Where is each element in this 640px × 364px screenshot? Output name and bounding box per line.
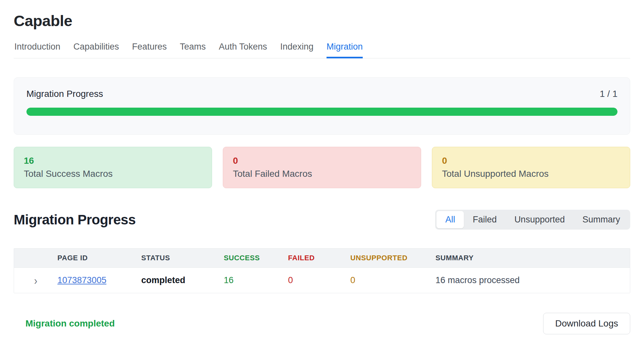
progress-bar-fill (26, 108, 617, 116)
stat-card-unsupported: 0 Total Unsupported Macros (432, 147, 630, 188)
header-success: SUCCESS (224, 254, 288, 262)
progress-bar-track (26, 108, 617, 116)
section-title: Migration Progress (14, 212, 136, 228)
tab-introduction[interactable]: Introduction (14, 42, 60, 58)
stat-label-success: Total Success Macros (24, 169, 202, 179)
cell-summary: 16 macros processed (435, 275, 630, 285)
tab-migration[interactable]: Migration (327, 42, 363, 58)
migration-table: PAGE ID STATUS SUCCESS FAILED UNSUPPORTE… (14, 248, 630, 293)
stat-label-unsupported: Total Unsupported Macros (442, 169, 620, 179)
download-logs-button[interactable]: Download Logs (543, 313, 630, 334)
header-page-id: PAGE ID (57, 254, 141, 262)
progress-counter: 1 / 1 (600, 89, 617, 99)
tab-teams[interactable]: Teams (180, 42, 206, 58)
header-summary: SUMMARY (435, 254, 630, 262)
tab-indexing[interactable]: Indexing (280, 42, 313, 58)
filter-failed[interactable]: Failed (464, 211, 506, 228)
stat-card-success: 16 Total Success Macros (14, 147, 212, 188)
cell-failed: 0 (288, 275, 350, 285)
table-header-row: PAGE ID STATUS SUCCESS FAILED UNSUPPORTE… (14, 249, 630, 267)
migration-page: Capable Introduction Capabilities Featur… (0, 0, 640, 334)
section-header: Migration Progress All Failed Unsupporte… (14, 210, 630, 230)
stat-card-failed: 0 Total Failed Macros (223, 147, 421, 188)
row-expand-cell: › (14, 276, 57, 285)
progress-card-label: Migration Progress (26, 89, 103, 99)
stat-label-failed: Total Failed Macros (233, 169, 411, 179)
migration-progress-card: Migration Progress 1 / 1 (14, 77, 630, 135)
cell-status: completed (141, 275, 224, 285)
stat-cards-row: 16 Total Success Macros 0 Total Failed M… (14, 147, 630, 188)
header-unsupported: UNSUPPORTED (350, 254, 435, 262)
tab-auth-tokens[interactable]: Auth Tokens (219, 42, 267, 58)
page-title: Capable (14, 12, 630, 30)
cell-success: 16 (224, 275, 288, 285)
cell-unsupported: 0 (350, 275, 435, 285)
page-id-link[interactable]: 1073873005 (57, 275, 106, 285)
tab-bar: Introduction Capabilities Features Teams… (14, 42, 630, 58)
stat-value-unsupported: 0 (442, 156, 620, 166)
filter-summary[interactable]: Summary (573, 211, 629, 228)
stat-value-success: 16 (24, 156, 202, 166)
progress-card-header: Migration Progress 1 / 1 (26, 89, 617, 99)
chevron-right-icon[interactable]: › (34, 275, 38, 286)
stat-value-failed: 0 (233, 156, 411, 166)
filter-all[interactable]: All (436, 211, 464, 228)
header-status: STATUS (141, 254, 224, 262)
footer-row: Migration completed Download Logs (14, 313, 630, 334)
header-failed: FAILED (288, 254, 350, 262)
tab-features[interactable]: Features (132, 42, 167, 58)
filter-unsupported[interactable]: Unsupported (506, 211, 574, 228)
filter-segmented-control: All Failed Unsupported Summary (435, 210, 630, 230)
tab-capabilities[interactable]: Capabilities (73, 42, 119, 58)
table-row: › 1073873005 completed 16 0 0 16 macros … (14, 267, 630, 293)
migration-status-text: Migration completed (25, 318, 115, 329)
